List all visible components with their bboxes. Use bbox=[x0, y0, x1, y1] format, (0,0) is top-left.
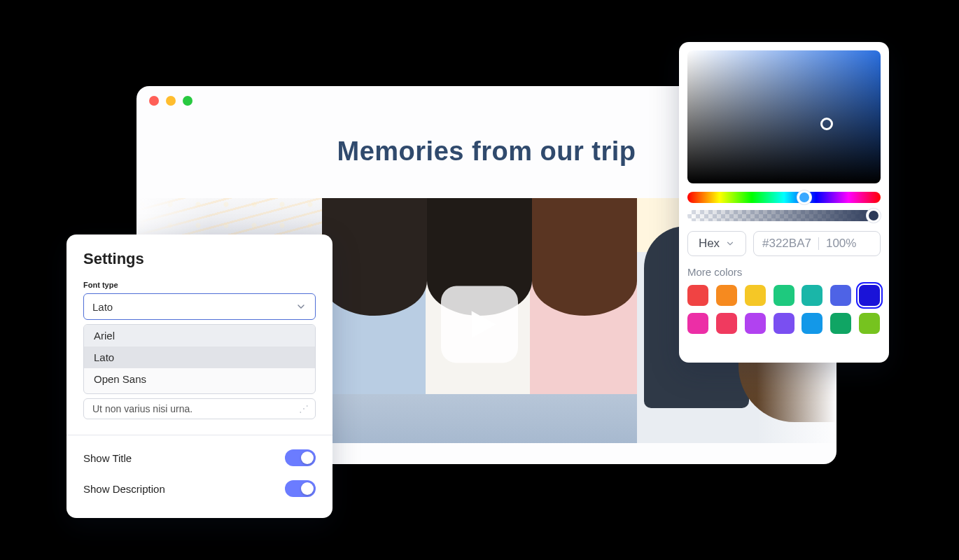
font-type-value: Lato bbox=[92, 301, 113, 313]
color-swatch[interactable] bbox=[802, 285, 822, 306]
opacity-value: 100% bbox=[826, 237, 856, 251]
color-swatch[interactable] bbox=[830, 313, 851, 334]
show-description-label: Show Description bbox=[83, 483, 165, 495]
description-textarea[interactable]: Ut non varius nisi urna. ⋰ bbox=[83, 398, 316, 419]
show-description-toggle[interactable] bbox=[285, 480, 316, 497]
textarea-value: Ut non varius nisi urna. bbox=[92, 403, 192, 414]
settings-panel: Settings Font type Lato Ariel Lato Open … bbox=[66, 234, 332, 518]
more-colors-label: More colors bbox=[687, 266, 881, 278]
color-swatch[interactable] bbox=[859, 285, 880, 306]
color-swatch[interactable] bbox=[802, 313, 822, 334]
hue-slider[interactable] bbox=[687, 192, 881, 203]
divider bbox=[818, 237, 819, 250]
window-minimize-dot[interactable] bbox=[166, 96, 176, 106]
font-option[interactable]: Lato bbox=[84, 346, 315, 368]
color-format-select[interactable]: Hex bbox=[687, 231, 746, 256]
color-swatch[interactable] bbox=[716, 313, 737, 334]
gallery-item[interactable] bbox=[322, 198, 637, 443]
color-swatch[interactable] bbox=[859, 313, 880, 334]
color-swatch[interactable] bbox=[774, 285, 794, 306]
font-option[interactable]: Open Sans bbox=[84, 368, 315, 390]
window-zoom-dot[interactable] bbox=[183, 96, 192, 106]
divider bbox=[66, 435, 332, 435]
color-swatch[interactable] bbox=[830, 285, 851, 306]
chevron-down-icon bbox=[295, 301, 307, 312]
color-swatch[interactable] bbox=[716, 285, 737, 306]
opacity-slider[interactable] bbox=[687, 210, 881, 221]
color-picker-panel: Hex #322BA7 100% More colors bbox=[679, 42, 889, 363]
hex-value: #322BA7 bbox=[762, 237, 811, 251]
font-option[interactable]: David bbox=[84, 390, 315, 394]
color-swatch[interactable] bbox=[745, 285, 766, 306]
show-title-label: Show Title bbox=[83, 452, 132, 464]
color-cursor[interactable] bbox=[820, 118, 833, 130]
show-title-toggle[interactable] bbox=[285, 449, 316, 466]
color-swatches bbox=[687, 285, 881, 334]
font-option[interactable]: Ariel bbox=[84, 325, 315, 346]
hue-cursor[interactable] bbox=[797, 190, 811, 204]
play-button[interactable] bbox=[441, 286, 518, 363]
color-swatch[interactable] bbox=[745, 313, 766, 334]
chevron-down-icon bbox=[725, 239, 735, 248]
color-swatch[interactable] bbox=[774, 313, 794, 334]
font-type-select[interactable]: Lato bbox=[83, 293, 316, 320]
font-type-label: Font type bbox=[83, 281, 316, 289]
opacity-cursor[interactable] bbox=[867, 209, 881, 223]
play-icon bbox=[466, 309, 498, 341]
settings-heading: Settings bbox=[83, 250, 316, 268]
color-swatch[interactable] bbox=[687, 285, 708, 306]
font-type-dropdown: Ariel Lato Open Sans David bbox=[83, 324, 316, 394]
hex-input[interactable]: #322BA7 100% bbox=[753, 231, 881, 256]
color-format-value: Hex bbox=[699, 237, 720, 251]
window-close-dot[interactable] bbox=[149, 96, 159, 106]
color-swatch[interactable] bbox=[687, 313, 708, 334]
resize-handle-icon[interactable]: ⋰ bbox=[299, 403, 307, 414]
saturation-brightness-field[interactable] bbox=[687, 50, 881, 183]
